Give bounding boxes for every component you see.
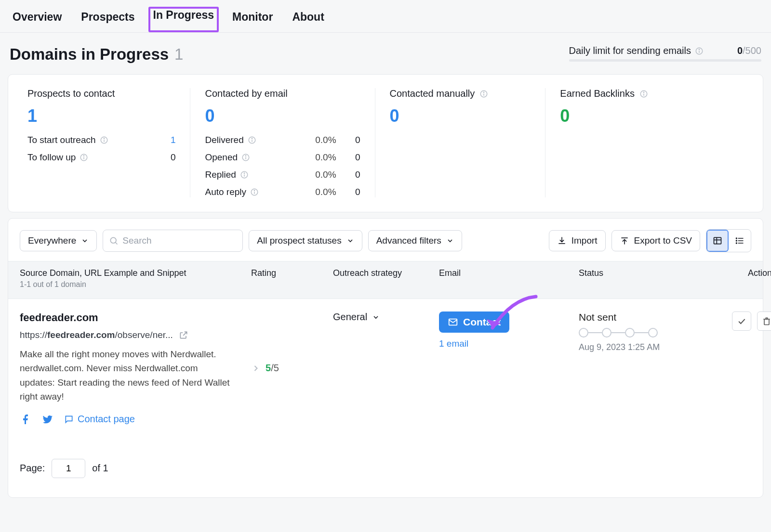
svg-point-14 bbox=[245, 156, 246, 156]
main-tabs: Overview Prospects In Progress Monitor A… bbox=[0, 0, 771, 33]
stat-delivered-cnt: 0 bbox=[347, 135, 360, 145]
contact-page-link[interactable]: Contact page bbox=[64, 414, 135, 425]
limit-progress-bar bbox=[569, 59, 761, 62]
mark-done-button[interactable] bbox=[732, 311, 751, 331]
external-link-icon[interactable] bbox=[179, 330, 188, 340]
chevron-down-icon bbox=[446, 237, 454, 245]
svg-line-28 bbox=[116, 243, 118, 245]
trash-icon bbox=[762, 316, 771, 326]
stat-delivered-pct: 0.0% bbox=[307, 135, 336, 145]
strategy-dropdown[interactable]: General bbox=[333, 311, 380, 323]
svg-point-27 bbox=[111, 237, 117, 243]
chevron-down-icon bbox=[372, 313, 380, 321]
limit-used: 0 bbox=[737, 45, 743, 56]
pagination-of: of 1 bbox=[92, 463, 108, 474]
stat-by-email-value[interactable]: 0 bbox=[205, 106, 360, 126]
stat-to-follow-up-value: 0 bbox=[163, 152, 175, 163]
facebook-icon[interactable] bbox=[20, 414, 31, 425]
tab-monitor[interactable]: Monitor bbox=[229, 9, 276, 26]
check-icon bbox=[737, 316, 746, 326]
delete-button[interactable] bbox=[757, 311, 771, 331]
svg-point-20 bbox=[254, 190, 254, 191]
th-strategy[interactable]: Outreach strategy bbox=[333, 268, 439, 278]
svg-rect-29 bbox=[714, 237, 721, 244]
export-csv-button[interactable]: Export to CSV bbox=[611, 230, 700, 251]
info-icon[interactable] bbox=[250, 188, 259, 196]
th-rating[interactable]: Rating bbox=[251, 268, 333, 278]
status-title: Not sent bbox=[579, 311, 699, 323]
stat-backlinks-value[interactable]: 0 bbox=[560, 106, 744, 126]
rating-total: /5 bbox=[271, 363, 279, 373]
svg-point-2 bbox=[699, 49, 699, 50]
download-icon bbox=[557, 236, 567, 246]
search-icon bbox=[109, 236, 119, 246]
info-icon[interactable] bbox=[695, 47, 704, 55]
status-filter-dropdown[interactable]: All prospect statuses bbox=[249, 230, 362, 251]
stat-to-start-outreach-value[interactable]: 1 bbox=[163, 135, 175, 145]
stat-backlinks-title: Earned Backlinks bbox=[560, 88, 635, 99]
page-title: Domains in Progress bbox=[10, 45, 169, 64]
search-input-wrap[interactable] bbox=[103, 230, 243, 252]
tab-overview[interactable]: Overview bbox=[10, 9, 65, 26]
daily-email-limit: Daily limit for sending emails 0/500 bbox=[569, 45, 761, 62]
stat-by-email-title: Contacted by email bbox=[205, 88, 287, 99]
contact-button[interactable]: Contact bbox=[439, 311, 509, 333]
stat-autoreply-cnt: 0 bbox=[347, 187, 360, 197]
th-source[interactable]: Source Domain, URL Example and Snippet bbox=[20, 268, 251, 278]
email-count-link[interactable]: 1 email bbox=[439, 338, 468, 349]
tab-about[interactable]: About bbox=[289, 9, 327, 26]
stat-autoreply-pct: 0.0% bbox=[307, 187, 336, 197]
stat-replied-label: Replied bbox=[205, 169, 236, 180]
view-table-button[interactable] bbox=[706, 230, 729, 252]
advanced-filters-dropdown[interactable]: Advanced filters bbox=[368, 230, 462, 251]
mail-icon bbox=[448, 317, 458, 327]
scope-dropdown[interactable]: Everywhere bbox=[20, 230, 97, 251]
stat-replied-pct: 0.0% bbox=[307, 169, 336, 180]
svg-point-37 bbox=[736, 243, 737, 244]
pagination-label: Page: bbox=[20, 463, 45, 474]
limit-label: Daily limit for sending emails bbox=[569, 45, 691, 56]
table-icon bbox=[713, 236, 722, 246]
stat-delivered-label: Delivered bbox=[205, 135, 243, 145]
info-icon[interactable] bbox=[240, 170, 249, 179]
status-steps bbox=[579, 328, 699, 337]
twitter-icon[interactable] bbox=[42, 414, 53, 425]
row-snippet: Make all the right money moves with Nerd… bbox=[20, 347, 232, 404]
row-url[interactable]: https://feedreader.com/observe/ner... bbox=[20, 330, 251, 340]
chevron-down-icon bbox=[81, 237, 89, 245]
info-icon[interactable] bbox=[479, 90, 488, 98]
search-input[interactable] bbox=[122, 235, 237, 246]
info-icon[interactable] bbox=[100, 136, 108, 144]
chevron-down-icon bbox=[346, 237, 354, 245]
table-row: feedreader.com https://feedreader.com/ob… bbox=[8, 299, 763, 444]
th-actions: Actions bbox=[699, 268, 771, 278]
stat-manually-value[interactable]: 0 bbox=[390, 106, 531, 126]
th-status[interactable]: Status bbox=[579, 268, 699, 278]
stat-to-follow-up-label: To follow up bbox=[27, 152, 76, 163]
info-icon[interactable] bbox=[248, 136, 256, 144]
svg-point-23 bbox=[484, 92, 484, 92]
stat-prospects-value[interactable]: 1 bbox=[27, 106, 175, 126]
svg-point-5 bbox=[104, 138, 104, 139]
stat-opened-cnt: 0 bbox=[347, 152, 360, 163]
info-icon[interactable] bbox=[639, 90, 648, 98]
svg-point-17 bbox=[244, 173, 244, 173]
row-domain[interactable]: feedreader.com bbox=[20, 311, 251, 324]
page-input[interactable] bbox=[52, 459, 85, 478]
view-list-button[interactable] bbox=[729, 230, 751, 252]
chat-icon bbox=[64, 415, 74, 424]
th-source-sub: 1-1 out of 1 domain bbox=[20, 280, 251, 289]
limit-total: /500 bbox=[743, 45, 761, 56]
svg-point-8 bbox=[84, 156, 84, 156]
chevron-right-icon[interactable] bbox=[251, 363, 261, 373]
page-title-count: 1 bbox=[174, 45, 183, 64]
info-icon[interactable] bbox=[80, 153, 88, 162]
tab-in-progress[interactable]: In Progress bbox=[148, 7, 219, 32]
svg-point-35 bbox=[736, 238, 737, 239]
th-email[interactable]: Email bbox=[439, 268, 579, 278]
status-date: Aug 9, 2023 1:25 AM bbox=[579, 342, 699, 352]
stat-autoreply-label: Auto reply bbox=[205, 187, 246, 197]
info-icon[interactable] bbox=[241, 153, 250, 162]
tab-prospects[interactable]: Prospects bbox=[78, 9, 137, 26]
import-button[interactable]: Import bbox=[549, 230, 606, 251]
